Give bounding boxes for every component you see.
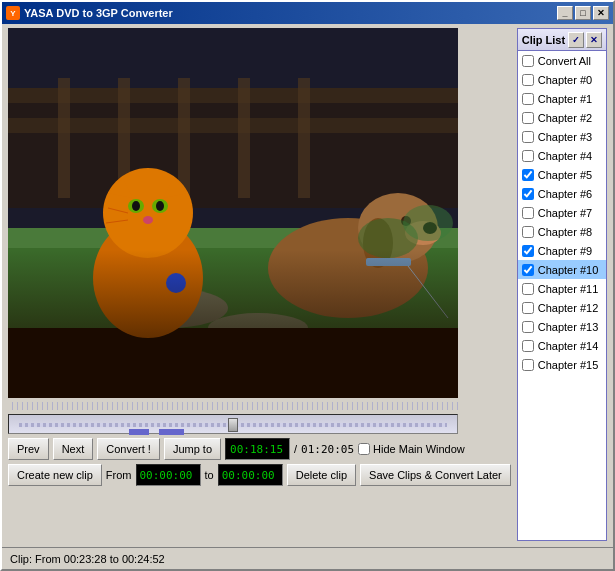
svg-rect-32	[366, 258, 411, 266]
clip-checkbox[interactable]	[522, 207, 534, 219]
hide-main-checkbox[interactable]	[358, 443, 370, 455]
clip-list-item[interactable]: Convert All	[518, 51, 606, 70]
window-title: YASA DVD to 3GP Converter	[24, 7, 173, 19]
clip-list-item[interactable]: Chapter #5	[518, 165, 606, 184]
clip-label: Chapter #5	[538, 169, 592, 181]
clip-label: Chapter #2	[538, 112, 592, 124]
svg-rect-10	[8, 248, 458, 328]
time-separator: /	[294, 443, 297, 455]
video-scene	[8, 28, 458, 398]
clip-list-item[interactable]: Chapter #2	[518, 108, 606, 127]
timeline-thumb[interactable]	[228, 418, 238, 432]
clip-checkbox[interactable]	[522, 264, 534, 276]
minimize-button[interactable]: _	[557, 6, 573, 20]
prev-button[interactable]: Prev	[8, 438, 49, 460]
clip-list-item[interactable]: Chapter #8	[518, 222, 606, 241]
close-button[interactable]: ✕	[593, 6, 609, 20]
svg-point-11	[108, 288, 228, 328]
main-content: Prev Next Convert ! Jump to 00:18:15 / 0…	[2, 24, 613, 569]
clip-checkbox[interactable]	[522, 169, 534, 181]
clip-checkbox[interactable]	[522, 283, 534, 295]
clip-checkbox[interactable]	[522, 321, 534, 333]
clip-label: Chapter #13	[538, 321, 599, 333]
clip-checkbox[interactable]	[522, 131, 534, 143]
clip-label: Chapter #1	[538, 93, 592, 105]
timeline-slider[interactable]	[8, 414, 458, 434]
hide-main-label: Hide Main Window	[373, 443, 465, 455]
save-convert-button[interactable]: Save Clips & Convert Later	[360, 464, 511, 486]
svg-rect-3	[8, 118, 458, 133]
clip-checkbox[interactable]	[522, 112, 534, 124]
clip-marker-1[interactable]	[129, 429, 149, 435]
clip-list-item[interactable]: Chapter #6	[518, 184, 606, 203]
clip-label: Chapter #3	[538, 131, 592, 143]
title-bar-left: Y YASA DVD to 3GP Converter	[6, 6, 173, 20]
clip-list-header-buttons: ✓ ✕	[568, 32, 602, 48]
jump-to-button[interactable]: Jump to	[164, 438, 221, 460]
maximize-button[interactable]: □	[575, 6, 591, 20]
clip-label: Convert All	[538, 55, 591, 67]
create-clip-button[interactable]: Create new clip	[8, 464, 102, 486]
clip-checkbox[interactable]	[522, 188, 534, 200]
from-time-input[interactable]	[136, 464, 201, 486]
title-bar: Y YASA DVD to 3GP Converter _ □ ✕	[2, 2, 613, 24]
app-icon: Y	[6, 6, 20, 20]
clip-checkbox[interactable]	[522, 55, 534, 67]
clip-label: Chapter #8	[538, 226, 592, 238]
svg-point-12	[208, 313, 308, 343]
clip-list-header: Clip List ✓ ✕	[517, 28, 607, 50]
clip-list[interactable]: Convert AllChapter #0Chapter #1Chapter #…	[517, 50, 607, 541]
clip-checkbox[interactable]	[522, 359, 534, 371]
title-bar-buttons: _ □ ✕	[557, 6, 609, 20]
clip-list-item[interactable]: Chapter #15	[518, 355, 606, 374]
clip-checkbox[interactable]	[522, 340, 534, 352]
clip-list-cancel-button[interactable]: ✕	[586, 32, 602, 48]
clip-list-item[interactable]: Chapter #11	[518, 279, 606, 298]
from-label: From	[106, 469, 132, 481]
clip-list-item[interactable]: Chapter #10	[518, 260, 606, 279]
clip-list-item[interactable]: Chapter #13	[518, 317, 606, 336]
svg-point-21	[156, 201, 164, 211]
clip-list-item[interactable]: Chapter #0	[518, 70, 606, 89]
clip-label: Chapter #15	[538, 359, 599, 371]
video-content	[8, 28, 458, 398]
clip-label: Chapter #0	[538, 74, 592, 86]
status-text: Clip: From 00:23:28 to 00:24:52	[10, 553, 165, 565]
to-time-input[interactable]	[218, 464, 283, 486]
svg-point-15	[103, 168, 193, 258]
clip-list-ok-button[interactable]: ✓	[568, 32, 584, 48]
clip-list-item[interactable]: Chapter #3	[518, 127, 606, 146]
hide-main-container: Hide Main Window	[358, 443, 465, 455]
clip-label: Chapter #10	[538, 264, 599, 276]
clip-list-item[interactable]: Chapter #1	[518, 89, 606, 108]
next-button[interactable]: Next	[53, 438, 94, 460]
clip-list-item[interactable]: Chapter #7	[518, 203, 606, 222]
current-time-display: 00:18:15	[225, 438, 290, 460]
clip-label: Chapter #12	[538, 302, 599, 314]
svg-rect-13	[8, 328, 458, 398]
clip-marker-2[interactable]	[159, 429, 184, 435]
delete-clip-button[interactable]: Delete clip	[287, 464, 356, 486]
main-window: Y YASA DVD to 3GP Converter _ □ ✕	[0, 0, 615, 571]
left-panel: Prev Next Convert ! Jump to 00:18:15 / 0…	[8, 28, 511, 541]
total-time-display: 01:20:05	[301, 443, 354, 456]
clip-checkbox[interactable]	[522, 226, 534, 238]
clip-list-item[interactable]: Chapter #4	[518, 146, 606, 165]
clip-list-item[interactable]: Chapter #14	[518, 336, 606, 355]
svg-point-20	[132, 201, 140, 211]
clip-checkbox[interactable]	[522, 245, 534, 257]
svg-point-25	[166, 273, 186, 293]
clip-checkbox[interactable]	[522, 93, 534, 105]
svg-rect-2	[8, 88, 458, 103]
timeline-dots	[8, 402, 458, 410]
clip-label: Chapter #7	[538, 207, 592, 219]
status-bar: Clip: From 00:23:28 to 00:24:52	[2, 547, 613, 569]
clip-list-item[interactable]: Chapter #9	[518, 241, 606, 260]
clip-list-item[interactable]: Chapter #12	[518, 298, 606, 317]
clip-checkbox[interactable]	[522, 302, 534, 314]
clip-label: Chapter #11	[538, 283, 599, 295]
clip-checkbox[interactable]	[522, 74, 534, 86]
svg-point-22	[143, 216, 153, 224]
clip-checkbox[interactable]	[522, 150, 534, 162]
convert-button[interactable]: Convert !	[97, 438, 160, 460]
